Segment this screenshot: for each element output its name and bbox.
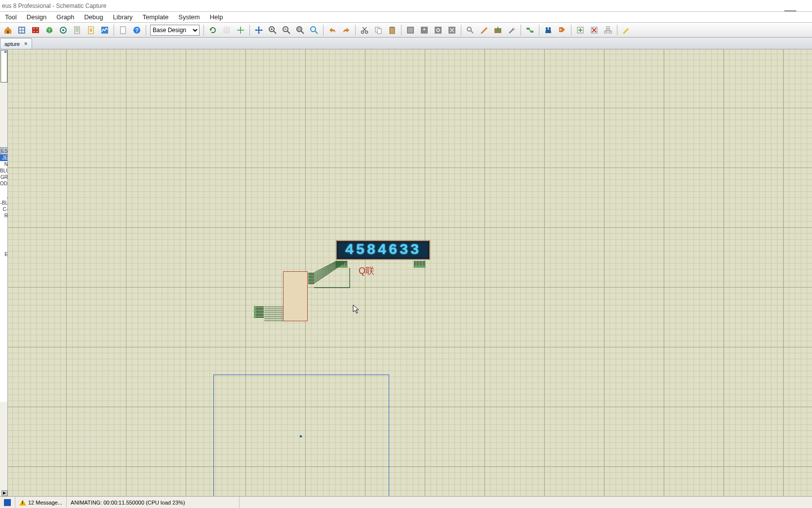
menu-help[interactable]: Help xyxy=(205,12,228,22)
pcb-icon[interactable] xyxy=(29,24,42,37)
svg-line-58 xyxy=(471,31,473,33)
origin-marker xyxy=(300,435,302,437)
list-item[interactable]: BLU xyxy=(0,168,8,174)
display-pins-left xyxy=(336,261,347,266)
block-move-icon[interactable] xyxy=(418,24,431,37)
list-item[interactable]: . xyxy=(0,193,8,200)
svg-point-8 xyxy=(37,31,38,32)
menu-tool[interactable]: Tool xyxy=(0,12,22,22)
list-item[interactable]: E xyxy=(0,251,8,257)
list-item[interactable]: C-R xyxy=(0,206,8,219)
help-icon[interactable]: ? xyxy=(130,24,143,37)
list-item[interactable]: -BL xyxy=(0,200,8,206)
hierarchy-icon[interactable] xyxy=(602,24,614,37)
svg-line-30 xyxy=(274,31,276,34)
copy-icon[interactable] xyxy=(372,24,385,37)
canvas-viewport[interactable]: 4584633 Q联 xyxy=(8,49,812,496)
toolbar-sep-9 xyxy=(521,25,521,36)
wrench-icon[interactable] xyxy=(505,24,518,37)
chart-icon[interactable] xyxy=(98,24,111,37)
svg-point-10 xyxy=(62,29,64,31)
status-messages[interactable]: 12 Message... xyxy=(15,497,67,508)
svg-rect-4 xyxy=(32,27,39,33)
find-replace-icon[interactable] xyxy=(464,24,477,37)
schematic-canvas[interactable]: 4584633 Q联 xyxy=(8,49,812,496)
list-item[interactable]: GR xyxy=(0,174,8,180)
svg-line-44 xyxy=(363,27,366,31)
zoom-all-icon[interactable] xyxy=(294,24,307,37)
remove-sheet-icon[interactable] xyxy=(588,24,601,37)
3d-icon[interactable] xyxy=(43,24,56,37)
search-icon[interactable] xyxy=(542,24,555,37)
list-item[interactable]: ODE xyxy=(0,180,8,187)
object-selector-panel[interactable]: ES JE N BLU GR ODE . -BL C-R E ▶ xyxy=(0,49,8,496)
minimize-button[interactable] xyxy=(784,1,796,11)
overview-thumbnail[interactable] xyxy=(0,50,7,83)
list-item[interactable]: N xyxy=(0,161,8,168)
zoom-out-icon[interactable] xyxy=(280,24,293,37)
zoom-in-icon[interactable] xyxy=(266,24,279,37)
report-icon[interactable] xyxy=(71,24,83,37)
paste-icon[interactable] xyxy=(386,24,399,37)
net-label[interactable]: Q联 xyxy=(359,265,374,277)
design-variant-select[interactable]: Base Design xyxy=(150,25,200,36)
close-icon[interactable]: × xyxy=(23,41,29,47)
warning-icon xyxy=(19,500,26,506)
add-sheet-icon[interactable] xyxy=(574,24,587,37)
toolbar-sep-3 xyxy=(203,25,204,36)
schematic-icon[interactable] xyxy=(15,24,28,37)
svg-rect-11 xyxy=(75,27,80,34)
svg-rect-18 xyxy=(121,27,125,34)
svg-line-62 xyxy=(529,29,530,32)
cut-icon[interactable] xyxy=(358,24,371,37)
undo-icon[interactable] xyxy=(326,24,339,37)
stop-icon[interactable] xyxy=(4,499,11,506)
block-delete-icon[interactable] xyxy=(446,24,458,37)
highlight-icon[interactable] xyxy=(620,24,633,37)
svg-point-5 xyxy=(34,28,35,29)
gerber-icon[interactable] xyxy=(57,24,70,37)
chip-bus-left xyxy=(264,306,283,322)
import-icon[interactable] xyxy=(491,24,504,37)
redo-icon[interactable] xyxy=(340,24,353,37)
devices-list[interactable]: JE N BLU GR ODE . -BL C-R E xyxy=(0,155,8,402)
property-icon[interactable] xyxy=(478,24,490,37)
main-area: ES JE N BLU GR ODE . -BL C-R E ▶ 4584633 xyxy=(0,49,812,496)
menu-graph[interactable]: Graph xyxy=(51,12,79,22)
tab-schematic-capture[interactable]: apture × xyxy=(0,38,32,49)
pan-icon[interactable] xyxy=(252,24,265,37)
svg-rect-61 xyxy=(530,31,533,33)
chip-component[interactable] xyxy=(283,271,308,321)
origin-icon[interactable] xyxy=(234,24,247,37)
menu-template[interactable]: Template xyxy=(138,12,174,22)
menu-library[interactable]: Library xyxy=(108,12,138,22)
tag-icon[interactable] xyxy=(556,24,568,37)
toolbar-sep-5 xyxy=(323,25,324,36)
list-item[interactable]: JE xyxy=(0,155,8,161)
chip-pins-left xyxy=(256,306,264,318)
menu-system[interactable]: System xyxy=(173,12,204,22)
new-doc-icon[interactable] xyxy=(117,24,129,37)
zoom-area-icon[interactable] xyxy=(308,24,321,37)
app-title: eus 8 Professional - Schematic Capture xyxy=(2,2,106,9)
svg-rect-72 xyxy=(609,31,611,33)
grid-icon[interactable] xyxy=(220,24,233,37)
svg-line-40 xyxy=(315,31,318,34)
status-sim-running[interactable] xyxy=(0,497,15,508)
seven-segment-display[interactable]: 4584633 xyxy=(336,240,430,260)
menu-debug[interactable]: Debug xyxy=(79,12,108,22)
svg-rect-52 xyxy=(435,27,442,34)
overview-viewport xyxy=(4,51,6,53)
block-rotate-icon[interactable] xyxy=(432,24,445,37)
menu-design[interactable]: Design xyxy=(22,12,51,22)
toolbar-sep-6 xyxy=(355,25,356,36)
refresh-icon[interactable] xyxy=(206,24,219,37)
bom-icon[interactable]: $ xyxy=(84,24,97,37)
nets-icon[interactable] xyxy=(524,24,536,37)
svg-rect-0 xyxy=(7,31,9,34)
block-copy-icon[interactable] xyxy=(404,24,417,37)
tab-label: apture xyxy=(4,41,20,47)
home-icon[interactable] xyxy=(1,24,14,37)
scroll-right-icon[interactable]: ▶ xyxy=(1,490,7,496)
svg-point-57 xyxy=(467,27,471,31)
